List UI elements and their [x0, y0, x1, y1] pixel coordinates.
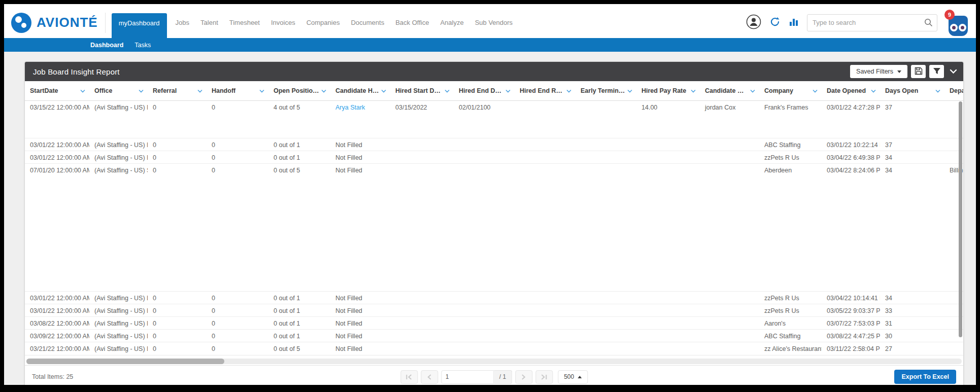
column-label: Hired End Date — [459, 87, 503, 94]
table-row[interactable]: 07/01/20 12:00:00 AM(Avi Staffing - US) … — [25, 164, 963, 292]
column-header-hired_end_reason[interactable]: Hired End Reason — [515, 81, 576, 100]
subnav-item-dashboard[interactable]: Dashboard — [90, 42, 123, 49]
column-label: Candidate Rep — [705, 87, 748, 94]
column-header-start_date[interactable]: StartDate — [25, 81, 89, 100]
cell-referral: 0 — [148, 304, 207, 316]
cell-candidate_rep — [700, 292, 759, 304]
previous-page-button[interactable] — [421, 370, 438, 384]
nav-item-mydashboard[interactable]: myDashboard — [112, 13, 167, 38]
first-page-button[interactable] — [400, 370, 418, 384]
sort-chevron-icon[interactable] — [871, 89, 876, 93]
sort-chevron-icon[interactable] — [381, 89, 386, 93]
column-header-office[interactable]: Office — [89, 81, 148, 100]
search-input[interactable] — [807, 14, 937, 31]
cell-candidate_rep — [700, 330, 759, 342]
nav-item-documents[interactable]: Documents — [345, 19, 390, 26]
column-header-open_positions[interactable]: Open Positions — [268, 81, 330, 100]
nav-item-timesheet[interactable]: Timesheet — [224, 19, 265, 26]
column-header-candidate_hired[interactable]: Candidate Hired — [330, 81, 390, 100]
horizontal-scrollbar-thumb[interactable] — [26, 359, 224, 364]
refresh-button[interactable] — [769, 16, 781, 29]
column-header-days_open[interactable]: Days Open — [880, 81, 944, 100]
column-header-date_opened[interactable]: Date Opened — [822, 81, 880, 100]
assistant-owl-avatar[interactable]: 9 — [945, 12, 969, 36]
sort-chevron-icon[interactable] — [139, 89, 144, 93]
column-header-candidate_rep[interactable]: Candidate Rep — [700, 81, 759, 100]
table-row[interactable]: 03/01/22 12:00:00 AM(Avi Staffing - US) … — [25, 304, 963, 317]
cell-company: zzPets R Us — [759, 151, 822, 163]
sort-chevron-icon[interactable] — [80, 89, 85, 93]
last-page-button[interactable] — [535, 370, 553, 384]
nav-item-sub-vendors[interactable]: Sub Vendors — [469, 19, 518, 26]
column-header-hired_pay_rate[interactable]: Hired Pay Rate — [636, 81, 700, 100]
sort-chevron-icon[interactable] — [566, 89, 571, 93]
sort-chevron-icon[interactable] — [445, 89, 450, 93]
vertical-scrollbar[interactable] — [959, 101, 962, 355]
analytics-button[interactable] — [789, 17, 799, 28]
cell-hired_end_reason — [515, 317, 576, 329]
cell-company: zz Alice's Restaurant — [759, 342, 822, 355]
filter-button[interactable] — [929, 65, 944, 78]
table-row[interactable]: 03/01/22 12:00:00 AM(Avi Staffing - US) … — [25, 151, 963, 164]
sort-chevron-icon[interactable] — [750, 89, 755, 93]
table-row[interactable]: 03/01/22 12:00:00 AM(Avi Staffing - US) … — [25, 138, 963, 151]
sort-chevron-icon[interactable] — [691, 89, 696, 93]
cell-candidate_hired[interactable]: Arya Stark — [330, 101, 390, 138]
table-row[interactable]: 03/01/22 12:00:00 AM(Avi Staffing - US) … — [25, 292, 963, 304]
table-row[interactable]: 03/21/22 12:00:00 AM(Avi Staffing - US) … — [25, 342, 963, 355]
cell-hired_pay_rate — [636, 292, 700, 304]
column-header-referral[interactable]: Referral — [148, 81, 207, 100]
nav-item-jobs[interactable]: Jobs — [170, 19, 195, 26]
sort-chevron-icon[interactable] — [321, 89, 326, 93]
cell-open_positions: 4 out of 5 — [268, 101, 330, 138]
cell-referral: 0 — [148, 342, 207, 355]
column-header-handoff[interactable]: Handoff — [207, 81, 268, 100]
brand-logo[interactable]: AVIONTÉ — [11, 13, 98, 33]
nav-item-talent[interactable]: Talent — [195, 19, 224, 26]
nav-item-analyze[interactable]: Analyze — [434, 19, 469, 26]
notification-badge[interactable]: 9 — [944, 10, 955, 20]
sort-chevron-icon[interactable] — [259, 89, 264, 93]
page-number-input[interactable] — [441, 370, 494, 384]
search-icon[interactable] — [924, 18, 933, 29]
nav-item-back-office[interactable]: Back Office — [390, 19, 434, 26]
cell-start_date: 03/01/22 12:00:00 AM — [25, 138, 89, 151]
sort-chevron-icon[interactable] — [935, 89, 940, 93]
cell-date_opened: 03/04/22 8:24:06 PM — [822, 164, 880, 291]
page-size-select[interactable]: 500 — [558, 370, 588, 384]
cell-candidate_rep — [700, 138, 759, 151]
user-profile-button[interactable] — [746, 14, 761, 31]
cell-start_date: 03/08/22 12:00:00 AM — [25, 317, 89, 329]
table-row[interactable]: 03/09/22 12:00:00 AM(Avi Staffing - US) … — [25, 330, 963, 342]
subnav-item-tasks[interactable]: Tasks — [134, 42, 151, 49]
next-page-button[interactable] — [515, 370, 532, 384]
column-header-hired_start_date[interactable]: Hired Start Date — [390, 81, 454, 100]
saved-filters-button[interactable]: Saved Filters — [850, 65, 907, 78]
column-header-company[interactable]: Company — [759, 81, 822, 100]
cell-date_opened: 03/05/22 9:03:37 PM — [822, 304, 880, 316]
table-row[interactable]: 03/08/22 12:00:00 AM(Avi Staffing - US) … — [25, 317, 963, 330]
sort-chevron-icon[interactable] — [197, 89, 202, 93]
save-filter-button[interactable] — [911, 65, 926, 78]
cell-hired_end_reason — [515, 292, 576, 304]
export-to-excel-button[interactable]: Export To Excel — [894, 370, 956, 384]
report-card-footer: Total Items: 25 / 1 — [25, 365, 963, 388]
report-card: Job Board Insight Report Saved Filters — [24, 61, 964, 388]
cell-candidate_rep — [700, 317, 759, 329]
sort-chevron-icon[interactable] — [505, 89, 511, 93]
table-row[interactable]: 03/15/22 12:00:00 AM(Avi Staffing - US) … — [25, 101, 963, 138]
cell-referral: 0 — [148, 330, 207, 342]
column-header-hired_end_date[interactable]: Hired End Date — [454, 81, 515, 100]
nav-item-invoices[interactable]: Invoices — [265, 19, 301, 26]
sort-chevron-icon[interactable] — [813, 89, 818, 93]
sort-chevron-icon[interactable] — [627, 89, 632, 93]
column-header-department[interactable]: Department — [944, 81, 963, 100]
column-header-early_termination_reason[interactable]: Early Termination Re... — [576, 81, 636, 100]
cell-company: ABC Staffing — [759, 330, 822, 342]
nav-item-companies[interactable]: Companies — [301, 19, 346, 26]
vertical-scrollbar-thumb[interactable] — [959, 101, 962, 337]
collapse-panel-button[interactable] — [950, 69, 957, 74]
cell-hired_end_date — [454, 342, 515, 355]
cell-hired_end_date — [454, 138, 515, 151]
horizontal-scrollbar[interactable] — [26, 359, 962, 364]
